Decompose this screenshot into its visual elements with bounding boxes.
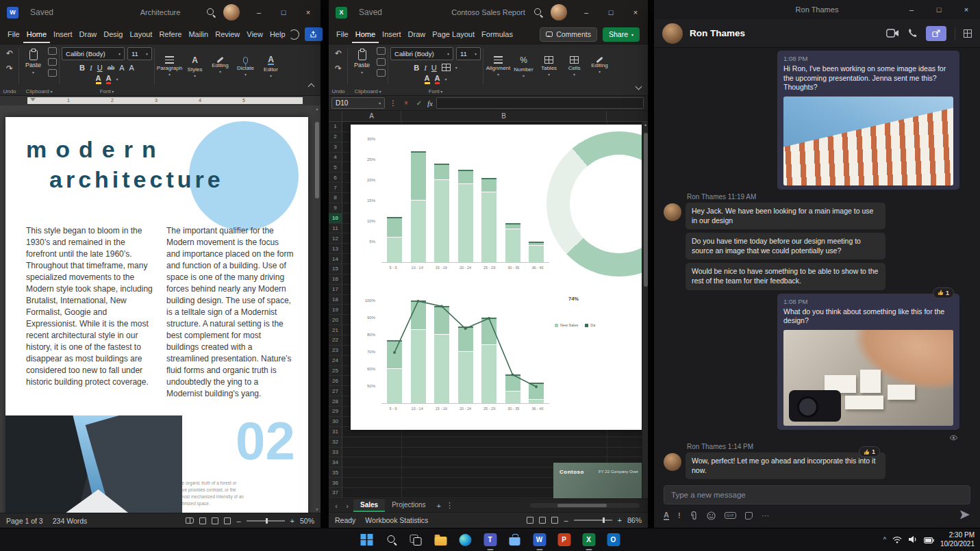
indent-marker[interactable] bbox=[30, 98, 36, 101]
web-layout-icon[interactable] bbox=[224, 517, 231, 524]
contact-avatar[interactable] bbox=[664, 203, 681, 221]
excel-vertical-scrollbar[interactable]: ▲ bbox=[642, 122, 648, 498]
taskbar-task-view[interactable] bbox=[407, 530, 425, 549]
sheet-tab-sales[interactable]: Sales bbox=[353, 499, 385, 512]
zoom-level[interactable]: 86% bbox=[627, 516, 642, 524]
row-header-25[interactable]: 25 bbox=[329, 366, 342, 376]
menu-insert[interactable]: Insert bbox=[50, 25, 76, 43]
row-header-22[interactable]: 22 bbox=[329, 335, 342, 346]
scroll-up-icon[interactable]: ▲ bbox=[642, 123, 648, 127]
minimize-button[interactable]: – bbox=[898, 0, 925, 19]
formula-more-icon[interactable]: ⋮ bbox=[388, 99, 398, 107]
row-header-35[interactable]: 35 bbox=[329, 467, 342, 478]
menu-insert[interactable]: Insert bbox=[379, 25, 405, 43]
page-indicator[interactable]: Page 1 of 3 bbox=[6, 517, 43, 525]
volume-icon[interactable] bbox=[908, 534, 918, 546]
font-more-icon[interactable]: ▾ bbox=[116, 77, 118, 81]
row-header-17[interactable]: 17 bbox=[329, 285, 342, 295]
ribbon-styles-button[interactable]: Styles▾ bbox=[182, 47, 208, 86]
menu-mailin[interactable]: Mailin bbox=[185, 25, 212, 43]
borders-icon[interactable] bbox=[442, 64, 451, 71]
taskbar-file-explorer[interactable] bbox=[431, 530, 450, 549]
reaction-badge[interactable]: 1 bbox=[933, 287, 954, 298]
taskbar-search[interactable] bbox=[382, 530, 401, 549]
taskbar-powerpoint[interactable]: P bbox=[555, 530, 573, 549]
send-button[interactable] bbox=[959, 509, 970, 522]
save-status[interactable]: Saved bbox=[30, 8, 53, 17]
zoom-in-button[interactable]: + bbox=[618, 516, 622, 524]
row-header-7[interactable]: 7 bbox=[329, 183, 342, 193]
menu-refere[interactable]: Refere bbox=[155, 25, 185, 43]
menu-file[interactable]: File bbox=[4, 25, 23, 43]
word-titlebar[interactable]: W Architecture Saved – □ × bbox=[0, 0, 321, 25]
page-layout-view-icon[interactable] bbox=[539, 517, 546, 524]
share-button[interactable] bbox=[305, 27, 323, 41]
menu-draw[interactable]: Draw bbox=[76, 25, 101, 43]
emoji-icon[interactable] bbox=[707, 511, 716, 520]
ribbon-collapse-icon[interactable] bbox=[636, 84, 642, 90]
close-button[interactable]: × bbox=[623, 0, 648, 25]
ribbon-editing-button[interactable]: Editing▾ bbox=[208, 47, 233, 86]
font-more-icon[interactable]: ▾ bbox=[444, 77, 447, 81]
subscript-button[interactable]: A bbox=[119, 64, 124, 72]
zoom-out-button[interactable]: – bbox=[236, 517, 240, 525]
zoom-out-button[interactable]: – bbox=[564, 516, 568, 524]
menu-formulas[interactable]: Formulas bbox=[478, 25, 516, 43]
row-header-12[interactable]: 12 bbox=[329, 233, 342, 244]
row-header-1[interactable]: 1 bbox=[329, 122, 342, 132]
sales-chart-object[interactable]: 30%25%20%15%10%5% 5 - 910 - 1415 - 1920 … bbox=[351, 125, 642, 430]
gif-icon[interactable]: GIF bbox=[725, 512, 737, 519]
search-icon[interactable] bbox=[533, 7, 544, 18]
italic-button[interactable]: I bbox=[90, 64, 92, 72]
row-header-28[interactable]: 28 bbox=[329, 396, 342, 407]
menu-draw[interactable]: Draw bbox=[405, 25, 429, 43]
row-header-14[interactable]: 14 bbox=[329, 254, 342, 264]
normal-view-icon[interactable] bbox=[527, 517, 533, 524]
bold-button[interactable]: B bbox=[79, 64, 85, 72]
ribbon-collapse-icon[interactable] bbox=[308, 84, 315, 90]
row-header-13[interactable]: 13 bbox=[329, 244, 342, 254]
taskbar-outlook[interactable]: O bbox=[604, 530, 623, 549]
scroll-down-icon[interactable]: ▼ bbox=[314, 507, 320, 511]
attach-icon[interactable] bbox=[690, 511, 698, 520]
video-call-icon[interactable] bbox=[886, 29, 899, 38]
bold-button[interactable]: B bbox=[414, 64, 419, 72]
user-avatar[interactable] bbox=[223, 4, 240, 21]
taskbar-excel[interactable]: X bbox=[579, 530, 598, 549]
underline-button[interactable]: U bbox=[97, 64, 103, 72]
ribbon-cells-button[interactable]: Cells▾ bbox=[562, 47, 587, 86]
excel-titlebar[interactable]: X Contoso Sales Report Saved – □ × bbox=[329, 0, 648, 25]
document-page[interactable]: modern architecture This style began to … bbox=[5, 117, 308, 513]
insert-function-icon[interactable]: fx bbox=[427, 99, 433, 107]
teams-titlebar[interactable]: Ron Thames – □ × bbox=[654, 0, 980, 19]
close-button[interactable]: × bbox=[296, 0, 321, 25]
copy-icon[interactable] bbox=[48, 58, 57, 66]
taskbar-word[interactable]: W bbox=[530, 530, 549, 549]
fill-color-button[interactable]: A bbox=[425, 74, 430, 84]
row-header-32[interactable]: 32 bbox=[329, 437, 342, 448]
word-count[interactable]: 234 Words bbox=[53, 517, 88, 525]
column-header-partial[interactable] bbox=[607, 111, 648, 121]
strikethrough-button[interactable]: ab bbox=[108, 64, 115, 71]
zoom-slider[interactable] bbox=[247, 520, 285, 522]
chat-bubble[interactable]: 1:08 PMHi Ron, I've been working on some… bbox=[777, 51, 959, 190]
word-vertical-scrollbar[interactable]: ▲ ▼ bbox=[314, 107, 320, 511]
search-icon[interactable] bbox=[205, 7, 216, 18]
row-header-10[interactable]: 10 bbox=[329, 214, 342, 224]
chat-bubble[interactable]: Do you have time today before our design… bbox=[686, 233, 885, 259]
row-header-21[interactable]: 21 bbox=[329, 325, 342, 335]
menu-view[interactable]: View bbox=[243, 25, 266, 43]
row-header-23[interactable]: 23 bbox=[329, 346, 342, 356]
font-name-select[interactable]: Calibri (Body)▾ bbox=[390, 47, 453, 60]
sheet-options-icon[interactable]: ⋮ bbox=[445, 501, 455, 510]
format-painter-icon[interactable] bbox=[48, 69, 57, 77]
ribbon-number-button[interactable]: Number▾ bbox=[511, 47, 536, 86]
row-header-2[interactable]: 2 bbox=[329, 132, 342, 142]
clock[interactable]: 2:30 PM 10/20/2021 bbox=[940, 531, 975, 548]
row-header-3[interactable]: 3 bbox=[329, 142, 342, 153]
scrollbar-thumb[interactable] bbox=[315, 122, 319, 198]
copy-icon[interactable] bbox=[377, 58, 386, 66]
more-options-icon[interactable]: ⋯ bbox=[762, 511, 769, 520]
hidden-icons-chevron[interactable]: ^ bbox=[883, 536, 886, 543]
undo-icon[interactable]: ↶ bbox=[3, 47, 16, 59]
